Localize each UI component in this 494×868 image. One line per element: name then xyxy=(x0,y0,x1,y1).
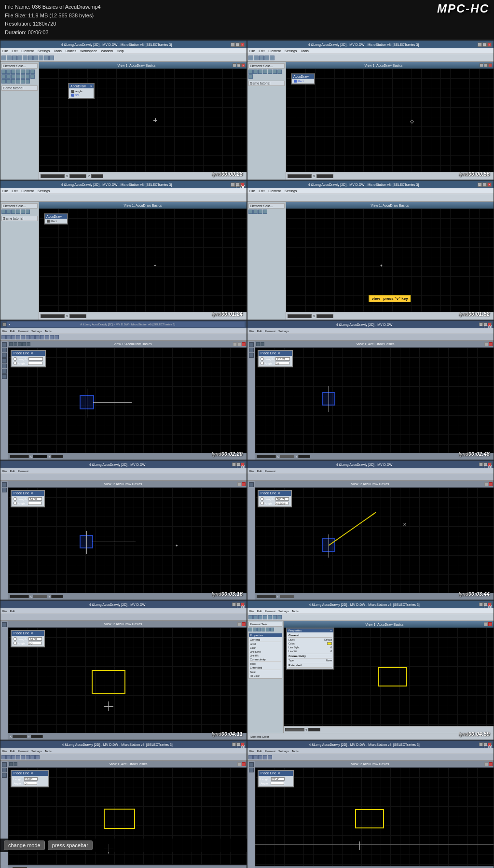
timestamp-8: lynd00:03:44 xyxy=(458,591,490,597)
timestamp-7: lynd00:03:16 xyxy=(211,591,243,597)
change-mode-button[interactable]: change mode xyxy=(4,840,45,850)
thumbnail-6[interactable]: 4 &Long AccuDrawly [2D] - MV D.DW _□× Fi… xyxy=(247,320,494,460)
timestamp-3: lynd00:01:24 xyxy=(211,311,243,317)
thumbnail-12[interactable]: 4 &Long AccuDrawly [2D] - MV D.DW - Micr… xyxy=(247,740,494,868)
thumbnail-9[interactable]: 4 &Long AccuDrawly [2D] - MV D.DW _□× Fi… xyxy=(0,600,247,740)
thumbnail-grid: 4 &Long AccuDrawly [2D] - MV D.DW - Micr… xyxy=(0,40,494,868)
timestamp-6: lynd00:02:48 xyxy=(458,451,490,457)
thumbnail-5[interactable]: ● A &Long AccuDrawly [2D] - MV D.DW - Mi… xyxy=(0,320,247,460)
timestamp-5: lynd00:02:20 xyxy=(211,451,243,457)
resolution: Resolution: 1280x720 xyxy=(5,21,56,27)
file-size: File Size: 11,9 MB (12 565 838 bytes) xyxy=(5,13,94,18)
info-bar: File Name: 036 Basics of AccuDraw.mp4 Fi… xyxy=(0,0,494,40)
file-name: File Name: 036 Basics of AccuDraw.mp4 xyxy=(5,4,101,10)
thumbnail-3[interactable]: 4 &Long AccuDrawly [2D] - MV D.DW - Micr… xyxy=(0,180,247,320)
duration: Duration: 00:06:03 xyxy=(5,29,49,35)
press-spacebar-button[interactable]: press spacebar xyxy=(48,840,93,850)
bottom-controls-overlay: change mode press spacebar xyxy=(0,839,247,852)
timestamp-9: lynd00:04:11 xyxy=(211,731,243,737)
timestamp-2: lynd00:00:56 xyxy=(458,171,490,177)
thumbnail-8[interactable]: 4 &Long AccuDrawly [2D] - MV D.DW _□× Fi… xyxy=(247,460,494,600)
thumbnail-2[interactable]: 4 &Long AccuDrawly [2D] - MV D.DW - Micr… xyxy=(247,40,494,180)
thumbnail-7[interactable]: 4 &Long AccuDrawly [2D] - MV D.DW _□× Fi… xyxy=(0,460,247,600)
timestamp-4: lynd00:01:52 xyxy=(458,311,490,317)
timestamp-10: lynd00:04:59 xyxy=(458,731,490,737)
timestamp-1: lynd00:00:28 xyxy=(211,171,243,177)
thumbnail-10[interactable]: 4 &Long AccuDrawly [2D] - MV D.DW - Micr… xyxy=(247,600,494,740)
thumbnail-1[interactable]: 4 &Long AccuDrawly [2D] - MV D.DW - Micr… xyxy=(0,40,247,180)
thumbnail-4[interactable]: 4 &Long AccuDrawly [2D] - MV D.DW - Micr… xyxy=(247,180,494,320)
mpc-hc-logo: MPC-HC xyxy=(437,2,489,15)
